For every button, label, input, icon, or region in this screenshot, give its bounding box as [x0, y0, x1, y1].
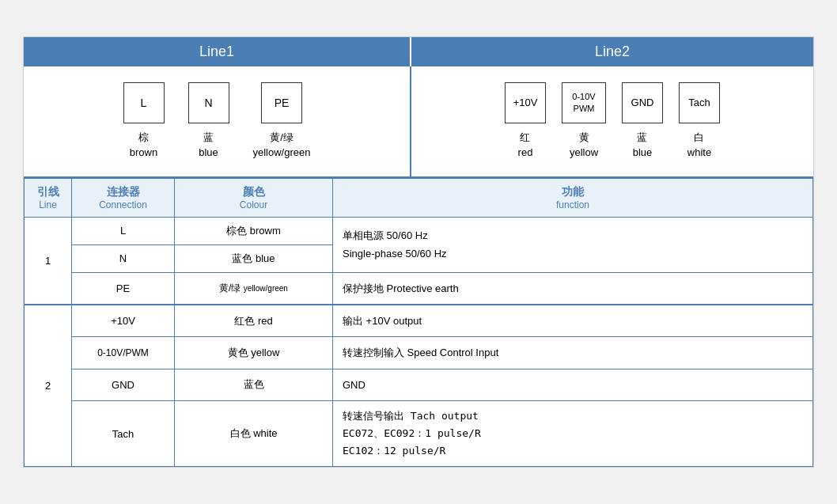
colour-cell-gnd: 蓝色 — [175, 369, 333, 400]
func-cell-PE: 保护接地 Protective earth — [333, 272, 813, 305]
func-cell-10V: 输出 +10V output — [333, 305, 813, 337]
connector-Tach: Tach 白white — [679, 82, 720, 161]
colour-cell-10V: 红色 red — [175, 305, 333, 337]
colour-cell-PE: 黄/绿 yellow/green — [175, 272, 333, 305]
connector-label-Tach: 白white — [687, 130, 711, 161]
connector-pwm: 0-10VPWM 黄yellow — [562, 82, 606, 161]
connector-L: L 棕brown — [123, 82, 165, 161]
diagram-line1: L 棕brown N 蓝blue PE 黄/绿yellow/green — [24, 66, 411, 176]
colour-cell-N: 蓝色 blue — [175, 244, 333, 272]
conn-cell-tach: Tach — [72, 401, 175, 467]
colour-cell-pwm: 黄色 yellow — [175, 337, 333, 369]
col-conn-zh: 连接器 — [107, 185, 140, 198]
conn-cell-10V: +10V — [72, 305, 175, 337]
conn-cell-pwm: 0-10V/PWM — [72, 337, 175, 369]
connector-box-pwm: 0-10VPWM — [562, 82, 606, 123]
header-line2: Line2 — [411, 37, 813, 66]
conn-cell-N: N — [72, 244, 175, 272]
connector-label-PE: 黄/绿yellow/green — [253, 130, 311, 161]
table-header-row: 引线 Line 连接器 Connection 颜色 Colour 功能 func… — [25, 178, 813, 217]
connector-label-N: 蓝blue — [199, 130, 218, 161]
connector-box-L: L — [123, 82, 165, 123]
col-header-conn: 连接器 Connection — [72, 178, 175, 217]
conn-cell-gnd: GND — [72, 369, 175, 400]
connector-GND: GND 蓝blue — [622, 82, 663, 161]
connector-label-GND: 蓝blue — [633, 130, 653, 161]
diagram-line2: +10V 红red 0-10VPWM 黄yellow GND 蓝blue Tac… — [411, 66, 813, 176]
connector-PE: PE 黄/绿yellow/green — [253, 82, 311, 161]
data-table: 引线 Line 连接器 Connection 颜色 Colour 功能 func… — [24, 178, 813, 468]
col-header-colour: 颜色 Colour — [175, 178, 333, 217]
table-body: 1 L 棕色 browm 单相电源 50/60 Hz Single-phase … — [25, 217, 813, 467]
connector-box-GND: GND — [622, 82, 663, 123]
col-line-zh: 引线 — [37, 185, 59, 198]
col-func-en: function — [343, 199, 803, 210]
colour-cell-tach: 白色 white — [175, 401, 333, 467]
func-cell-tach: 转速信号输出 Tach output EC072、EC092：1 pulse/R… — [333, 401, 813, 467]
line-number-2: 2 — [25, 305, 72, 467]
diagram-row: L 棕brown N 蓝blue PE 黄/绿yellow/green +10V… — [24, 66, 813, 178]
header-row: Line1 Line2 — [24, 37, 813, 66]
col-header-line: 引线 Line — [25, 178, 72, 217]
table-row: 0-10V/PWM 黄色 yellow 转速控制输入 Speed Control… — [25, 337, 813, 369]
line-number-1: 1 — [25, 217, 72, 305]
connector-label-pwm: 黄yellow — [570, 130, 598, 161]
col-colour-zh: 颜色 — [243, 185, 265, 198]
table-row: Tach 白色 white 转速信号输出 Tach output EC072、E… — [25, 401, 813, 467]
func-cell-L-N: 单相电源 50/60 Hz Single-phase 50/60 Hz — [333, 217, 813, 272]
connector-10V: +10V 红red — [505, 82, 546, 161]
col-conn-en: Connection — [81, 199, 165, 210]
func-cell-gnd: GND — [333, 369, 813, 400]
header-line1: Line1 — [24, 37, 411, 66]
col-header-func: 功能 function — [333, 178, 813, 217]
table-row: 2 +10V 红色 red 输出 +10V output — [25, 305, 813, 337]
conn-cell-L: L — [72, 217, 175, 244]
col-func-zh: 功能 — [562, 185, 584, 198]
main-container: Line1 Line2 L 棕brown N 蓝blue PE 黄/绿yello… — [23, 36, 814, 468]
table-row: PE 黄/绿 yellow/green 保护接地 Protective eart… — [25, 272, 813, 305]
table-row: GND 蓝色 GND — [25, 369, 813, 400]
conn-cell-PE: PE — [72, 272, 175, 305]
connector-N: N 蓝blue — [188, 82, 229, 161]
connector-box-Tach: Tach — [679, 82, 720, 123]
connector-box-PE: PE — [261, 82, 302, 123]
col-colour-en: Colour — [184, 199, 323, 210]
col-line-en: Line — [34, 199, 62, 210]
table-row: 1 L 棕色 browm 单相电源 50/60 Hz Single-phase … — [25, 217, 813, 244]
func-cell-pwm: 转速控制输入 Speed Control Input — [333, 337, 813, 369]
connector-label-10V: 红red — [518, 130, 533, 161]
colour-cell-L: 棕色 browm — [175, 217, 333, 244]
connector-box-N: N — [188, 82, 229, 123]
connector-label-L: 棕brown — [130, 130, 157, 161]
connector-box-10V: +10V — [505, 82, 546, 123]
